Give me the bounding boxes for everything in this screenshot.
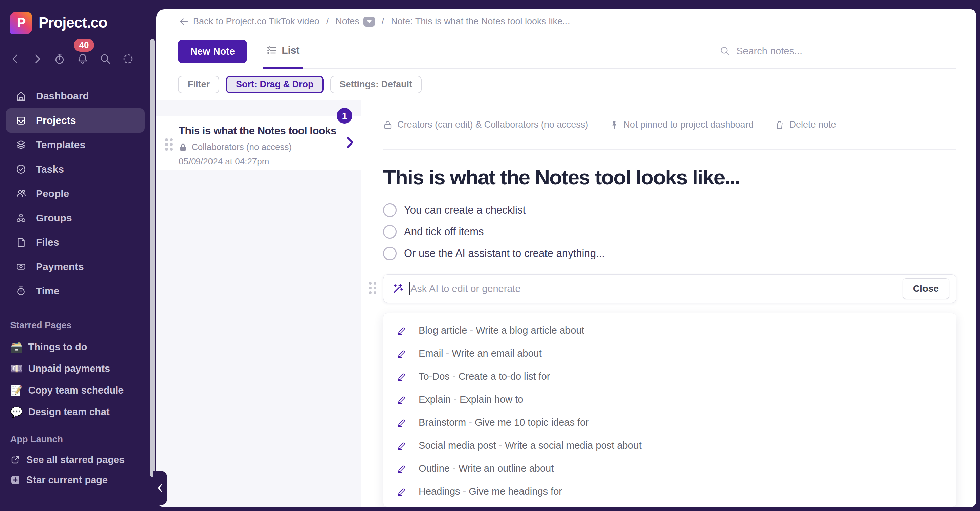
note-delete-button[interactable]: Delete note: [775, 119, 836, 130]
sidebar-item-tasks[interactable]: Tasks: [6, 157, 145, 181]
breadcrumb-notes-link[interactable]: Notes: [335, 16, 375, 27]
banknote-icon: [16, 261, 26, 272]
ai-suggestion-blog-article[interactable]: Blog article - Write a blog article abou…: [383, 319, 956, 342]
tab-list[interactable]: List: [263, 34, 303, 69]
close-button[interactable]: Close: [902, 278, 949, 299]
card-file-box-icon: 🗃️: [10, 341, 23, 353]
ai-assistant-block: Close: [383, 274, 956, 303]
sidebar-item-label: Templates: [36, 139, 85, 151]
app-launch-label: See all starred pages: [26, 454, 124, 465]
starred-pages-heading: Starred Pages: [10, 320, 156, 331]
layers-icon: [16, 139, 26, 150]
speech-balloon-icon: 💬: [10, 406, 23, 418]
note-permissions[interactable]: Creators (can edit) & Collaborators (no …: [383, 119, 588, 130]
filter-button[interactable]: Filter: [178, 76, 219, 93]
checkbox-circle[interactable]: [383, 247, 396, 260]
notes-main: 1 This is what the Notes tool looks like…: [156, 100, 976, 507]
pin-icon: [610, 120, 619, 130]
note-pin-toggle[interactable]: Not pinned to project dashboard: [610, 119, 753, 130]
drag-handle[interactable]: [369, 282, 376, 294]
sidebar-item-dashboard[interactable]: Dashboard: [6, 84, 145, 108]
ai-suggestion-explain[interactable]: Explain - Explain how to: [383, 388, 956, 411]
note-list-item[interactable]: 1 This is what the Notes tool looks like…: [156, 116, 361, 170]
search-input[interactable]: [737, 46, 956, 57]
checkbox-circle[interactable]: [383, 225, 396, 239]
history-back-icon[interactable]: [10, 53, 21, 65]
sidebar-item-groups[interactable]: Groups: [6, 206, 145, 230]
starred-page-copy-team-schedule[interactable]: 📝 Copy team schedule: [0, 379, 156, 401]
ai-suggestion-label: Outline - Write an outline about: [418, 463, 554, 474]
ai-suggestion-label: Explain - Explain how to: [418, 394, 523, 405]
timer-icon[interactable]: [54, 53, 66, 65]
checklist-item-label[interactable]: Or use the AI assistant to create anythi…: [404, 247, 605, 259]
sidebar-item-files[interactable]: Files: [6, 230, 145, 255]
note-checklist: You can create a checklist And tick off …: [383, 204, 956, 260]
magic-wand-icon: [392, 283, 404, 295]
star-current-page[interactable]: Star current page: [0, 470, 156, 490]
status-dashed-circle-icon[interactable]: [122, 53, 134, 65]
ai-suggestion-social-media-post[interactable]: Social media post - Write a social media…: [383, 434, 956, 457]
checklist-item-label[interactable]: And tick off items: [404, 226, 484, 238]
ai-suggestion-label: Headings - Give me headings for: [418, 486, 562, 497]
ai-suggestion-label: Email - Write an email about: [418, 348, 542, 359]
sidebar-item-projects[interactable]: Projects: [6, 108, 145, 133]
starred-page-label: Copy team schedule: [28, 385, 124, 396]
note-item-date: 05/09/2024 at 04:27pm: [179, 156, 339, 167]
checklist-item: You can create a checklist: [383, 204, 956, 217]
app-launch-label: Star current page: [26, 474, 108, 486]
ai-input[interactable]: [410, 283, 902, 295]
ai-suggestion-email[interactable]: Email - Write an email about: [383, 342, 956, 365]
tabbar: List: [263, 34, 956, 69]
breadcrumb-separator: /: [382, 16, 384, 27]
stopwatch-icon: [16, 286, 26, 296]
brand-logo[interactable]: P Project.co: [0, 0, 156, 34]
sort-button[interactable]: Sort: Drag & Drop: [226, 76, 323, 93]
app-launch-heading: App Launch: [10, 434, 156, 445]
notifications-bell-icon[interactable]: 40: [76, 53, 89, 65]
pencil-icon: [397, 395, 406, 404]
ai-suggestion-brainstorm[interactable]: Brainstorm - Give me 10 topic ideas for: [383, 411, 956, 434]
sidebar-item-people[interactable]: People: [6, 181, 145, 206]
new-note-button[interactable]: New Note: [178, 40, 247, 63]
notes-search: [719, 34, 956, 68]
starred-page-label: Things to do: [28, 341, 87, 353]
trash-icon: [775, 120, 784, 130]
note-delete-label: Delete note: [789, 119, 836, 130]
banknote-emoji-icon: 💷: [10, 363, 23, 375]
starred-page-unpaid-payments[interactable]: 💷 Unpaid payments: [0, 358, 156, 379]
breadcrumb-current: Note: This is what the Notes tool looks …: [391, 16, 570, 27]
drag-handle[interactable]: [165, 138, 173, 151]
note-count-badge: 1: [337, 108, 352, 124]
ai-suggestion-headings[interactable]: Headings - Give me headings for: [383, 480, 956, 503]
ai-suggestion-todos[interactable]: To-Dos - Create a to-do list for: [383, 365, 956, 388]
chevron-right-icon: [345, 136, 354, 149]
sidebar-item-label: Groups: [36, 212, 72, 224]
sidebar-item-templates[interactable]: Templates: [6, 133, 145, 157]
checklist-item-label[interactable]: You can create a checklist: [404, 204, 525, 216]
ai-suggestion-outline[interactable]: Outline - Write an outline about: [383, 457, 956, 480]
starred-page-design-team-chat[interactable]: 💬 Design team chat: [0, 401, 156, 423]
see-all-starred-pages[interactable]: See all starred pages: [0, 449, 156, 470]
sidebar-item-label: Projects: [36, 115, 76, 126]
checkbox-circle[interactable]: [383, 204, 396, 217]
breadcrumb-back-link[interactable]: Back to Project.co TikTok video: [179, 16, 320, 27]
chevron-left-icon: [156, 483, 164, 493]
starred-page-things-to-do[interactable]: 🗃️ Things to do: [0, 336, 156, 358]
search-icon[interactable]: [99, 53, 111, 65]
sidebar-item-label: Files: [36, 237, 59, 248]
starred-page-label: Design team chat: [28, 406, 109, 418]
sidebar-collapse-button[interactable]: [153, 471, 167, 505]
sidebar-item-payments[interactable]: Payments: [6, 255, 145, 279]
sidebar-scrollbar[interactable]: [150, 39, 155, 477]
ai-suggestion-label: Brainstorm - Give me 10 topic ideas for: [418, 417, 589, 428]
note-title[interactable]: This is what the Notes tool looks like..…: [383, 165, 956, 189]
lock-icon: [383, 120, 393, 130]
brand-name: Project.co: [38, 14, 107, 31]
settings-button[interactable]: Settings: Default: [330, 76, 422, 93]
pencil-icon: [397, 487, 406, 496]
notes-dropdown-icon[interactable]: [363, 17, 375, 27]
sidebar-item-time[interactable]: Time: [6, 279, 145, 303]
dropdown-caret: [664, 313, 677, 319]
history-forward-icon[interactable]: [32, 53, 43, 65]
sidebar-item-label: Tasks: [36, 164, 64, 175]
